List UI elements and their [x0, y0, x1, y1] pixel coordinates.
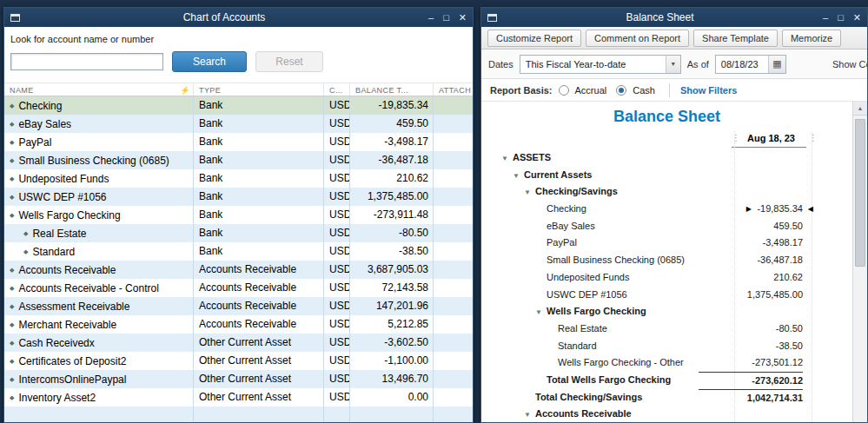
report-row[interactable]: Undeposited Funds210.62: [481, 269, 852, 287]
account-type-cell: Bank: [194, 115, 324, 133]
collapse-triangle-icon[interactable]: ▼: [524, 184, 535, 202]
report-row[interactable]: ▼Checking/Savings: [481, 183, 852, 201]
minimize-icon[interactable]: –: [428, 8, 434, 27]
account-row[interactable]: ◆eBay SalesBankUSD459.50: [4, 115, 473, 133]
reset-button[interactable]: Reset: [255, 51, 323, 72]
report-row-label: ASSETS: [513, 152, 551, 162]
report-row[interactable]: Standard-38.50: [481, 338, 852, 355]
report-titlebar[interactable]: Balance Sheet – □ ✕: [481, 8, 867, 27]
account-row[interactable]: ◆Small Business Checking (0685)BankUSD-3…: [4, 151, 473, 169]
close-icon[interactable]: ✕: [853, 8, 861, 27]
search-row: Search Reset: [10, 51, 323, 72]
report-row[interactable]: Total Wells Fargo Checking-273,620.12: [481, 372, 852, 389]
column-header-name[interactable]: NAME ⚡: [4, 83, 194, 96]
column-grip-icon[interactable]: ⋮: [732, 132, 740, 144]
account-row[interactable]: ◆Real EstateBankUSD-80.50: [4, 224, 473, 242]
report-row[interactable]: Wells Fargo Checking - Other-273,501.12: [481, 354, 852, 372]
report-row[interactable]: Real Estate-80.50: [481, 321, 852, 338]
account-row[interactable]: ◆USWC DEP #1056BankUSD1,375,485.00: [4, 188, 473, 206]
scrollbar-thumb[interactable]: [855, 119, 865, 267]
report-row-label: Current Assets: [524, 169, 592, 180]
calendar-icon[interactable]: ▦: [768, 56, 785, 73]
scroll-up-icon[interactable]: ▲: [853, 102, 867, 116]
dates-dropdown[interactable]: This Fiscal Year-to-date ▼: [520, 55, 681, 74]
account-row[interactable]: ◆Accounts ReceivableAccounts ReceivableU…: [4, 261, 473, 279]
collapse-triangle-icon[interactable]: ▼: [524, 406, 535, 422]
report-row[interactable]: ▼Wells Fargo Checking: [481, 303, 852, 321]
vertical-scrollbar[interactable]: ▲: [852, 102, 867, 422]
account-row[interactable]: ◆Cash ReceivedxOther Current AssetUSD-3,…: [4, 334, 473, 352]
customize-report-button[interactable]: Customize Report: [487, 30, 581, 47]
report-row-value: 459.50: [699, 218, 803, 235]
account-currency-cell: USD: [324, 261, 350, 279]
column-header-attach[interactable]: ATTACH: [434, 83, 473, 96]
column-grip-icon[interactable]: ⋮: [809, 132, 818, 144]
account-balance-cell: -80.50: [350, 224, 434, 242]
account-currency-cell: USD: [324, 96, 350, 115]
report-row[interactable]: PayPal-3,498.17: [481, 235, 852, 252]
account-row[interactable]: ◆StandardBankUSD-38.50: [4, 242, 473, 261]
account-type-cell: Other Current Asset: [194, 334, 324, 352]
account-row[interactable]: ◆Undeposited FundsBankUSD210.62: [4, 169, 473, 188]
collapse-triangle-icon[interactable]: ▼: [535, 304, 547, 321]
divider: [669, 83, 670, 97]
column-header-balance[interactable]: BALANCE T...: [350, 83, 434, 96]
cash-label: Cash: [633, 85, 655, 96]
account-currency-cell: USD: [324, 388, 350, 406]
show-filters-link[interactable]: Show Filters: [680, 85, 737, 96]
chevron-down-icon[interactable]: ▼: [666, 56, 680, 73]
account-row[interactable]: ◆Inventory Asset2Other Current AssetUSD0…: [4, 388, 473, 406]
account-name: Merchant Receivable: [18, 319, 116, 331]
close-icon[interactable]: ✕: [459, 8, 467, 27]
share-template-button[interactable]: Share Template: [693, 30, 778, 47]
account-row[interactable]: ◆CheckingBankUSD-19,835.34: [4, 96, 473, 115]
coa-titlebar[interactable]: Chart of Accounts – □ ✕: [4, 8, 473, 27]
account-name: PayPal: [18, 136, 51, 149]
account-search-input[interactable]: [10, 53, 163, 70]
cash-radio[interactable]: [616, 85, 626, 96]
account-row[interactable]: ◆Merchant ReceivableAccounts ReceivableU…: [4, 315, 473, 334]
accrual-radio[interactable]: [559, 85, 569, 96]
account-attach-cell: [434, 388, 473, 406]
account-row[interactable]: ◆Accounts Receivable - ControlAccounts R…: [4, 279, 473, 297]
report-row[interactable]: Checking-19,835.34▶◀: [481, 201, 852, 218]
minimize-icon[interactable]: –: [823, 8, 828, 27]
account-balance-cell: -273,911.48: [350, 206, 434, 224]
report-canvas: Balance Sheet ⋮ Aug 18, 23 ⋮ ▼ASSETS▼Cur…: [481, 102, 852, 422]
as-of-date-field[interactable]: 08/18/23 ▦: [715, 55, 786, 74]
show-columns-label: Show Colu: [832, 59, 867, 69]
collapse-triangle-icon[interactable]: ▼: [513, 168, 524, 185]
column-header-currency[interactable]: C...: [324, 83, 350, 96]
column-header-type[interactable]: TYPE: [194, 83, 324, 96]
account-type-cell: Accounts Receivable: [194, 297, 324, 315]
accounts-table: NAME ⚡ TYPE C... BALANCE T... ATTACH ◆Ch…: [4, 83, 473, 422]
comment-on-report-button[interactable]: Comment on Report: [586, 30, 689, 47]
report-row[interactable]: Small Business Checking (0685)-36,487.18: [481, 252, 852, 269]
search-button[interactable]: Search: [172, 51, 247, 72]
account-row[interactable]: ◆Assessment ReceivableAccounts Receivabl…: [4, 297, 473, 315]
account-name: Cash Receivedx: [18, 337, 94, 349]
report-row-value: -3,498.17: [699, 235, 803, 252]
account-row[interactable]: ◆Wells Fargo CheckingBankUSD-273,911.48: [4, 206, 473, 224]
account-diamond-icon: ◆: [10, 303, 14, 309]
maximize-icon[interactable]: □: [838, 8, 844, 27]
report-row[interactable]: ▼Accounts Receivable: [481, 406, 852, 422]
account-diamond-icon: ◆: [10, 139, 14, 145]
account-type-cell: Other Current Asset: [194, 388, 324, 406]
report-row-label: Undeposited Funds: [547, 272, 629, 282]
report-row[interactable]: ▼ASSETS: [481, 149, 852, 167]
account-row[interactable]: ◆IntercomsOnlinePaypalOther Current Asse…: [4, 370, 473, 388]
account-row[interactable]: ◆PayPalBankUSD-3,498.17: [4, 133, 473, 151]
collapse-triangle-icon[interactable]: ▼: [501, 150, 513, 168]
maximize-icon[interactable]: □: [443, 8, 449, 27]
account-row[interactable]: ◆Certificates of Deposit2Other Current A…: [4, 352, 473, 370]
column-underline: [732, 147, 806, 148]
report-row[interactable]: eBay Sales459.50: [481, 218, 852, 235]
report-row[interactable]: USWC DEP #10561,375,485.00: [481, 287, 852, 304]
report-row[interactable]: Total Checking/Savings1,042,714.31: [481, 389, 852, 406]
report-row-label: PayPal: [547, 237, 577, 248]
report-row[interactable]: ▼Current Assets: [481, 167, 852, 184]
memorize-button[interactable]: Memorize: [782, 30, 841, 47]
account-row[interactable]: [4, 406, 473, 422]
account-attach-cell: [434, 242, 473, 261]
